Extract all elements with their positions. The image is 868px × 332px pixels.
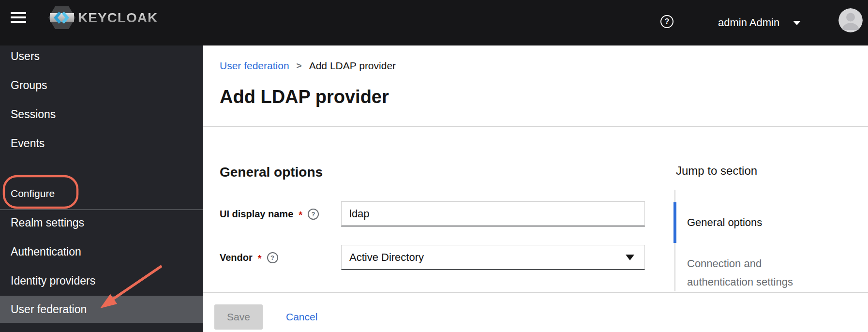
jump-item-general-options[interactable]: General options — [675, 202, 820, 243]
form-row-vendor: Vendor * ? Active Directory — [220, 245, 645, 270]
sidebar-item-authentication[interactable]: Authentication — [0, 237, 203, 266]
keycloak-admin-console: KEYCLOAK ? admin Admin Users Groups Sess… — [0, 0, 868, 332]
keycloak-logo-text: KEYCLOAK — [78, 10, 158, 26]
vendor-select-value: Active Directory — [349, 251, 424, 264]
cancel-link[interactable]: Cancel — [286, 304, 317, 330]
sidebar-item-realm-settings[interactable]: Realm settings — [0, 208, 203, 237]
required-asterisk: * — [299, 210, 302, 221]
sidebar-section-configure: Configure — [0, 179, 203, 208]
save-button[interactable]: Save — [214, 304, 263, 330]
sidebar-item-sessions[interactable]: Sessions — [0, 100, 203, 129]
caret-down-icon — [626, 255, 634, 260]
field-control: Active Directory — [341, 245, 645, 270]
user-name: admin Admin — [718, 16, 779, 29]
vendor-select[interactable]: Active Directory — [341, 245, 645, 270]
masthead: KEYCLOAK ? admin Admin — [0, 0, 868, 45]
jump-item-connection-settings[interactable]: Connection and authentication settings — [675, 255, 800, 291]
jump-to-section-heading: Jump to section — [676, 164, 757, 178]
field-label-group: UI display name * ? — [220, 209, 341, 220]
breadcrumb: User federation > Add LDAP provider — [220, 59, 396, 73]
sidebar-item-identity-providers[interactable]: Identity providers — [0, 266, 203, 295]
vendor-label: Vendor — [220, 252, 253, 263]
avatar-icon — [838, 8, 863, 32]
jump-to-section-nav: General options Connection and authentic… — [674, 190, 820, 291]
general-options-heading: General options — [220, 165, 323, 180]
field-help-icon[interactable]: ? — [267, 252, 278, 263]
chevron-down-icon — [793, 21, 801, 25]
breadcrumb-separator-icon: > — [297, 60, 302, 71]
ui-display-name-input[interactable] — [341, 201, 645, 226]
hamburger-bar — [11, 16, 26, 18]
field-control — [341, 201, 645, 226]
hamburger-bar — [11, 12, 26, 14]
sidebar-item-user-federation[interactable]: User federation — [0, 296, 203, 323]
question-icon: ? — [665, 17, 670, 26]
help-button[interactable]: ? — [660, 15, 673, 28]
ui-display-name-label: UI display name — [220, 209, 293, 220]
required-asterisk: * — [258, 253, 262, 264]
sidebar-item-groups[interactable]: Groups — [0, 71, 203, 100]
keycloak-logo[interactable]: KEYCLOAK — [48, 6, 158, 29]
user-menu-dropdown[interactable]: admin Admin — [718, 0, 801, 45]
form-row-ui-display-name: UI display name * ? — [220, 201, 645, 226]
sidebar-item-events[interactable]: Events — [0, 129, 203, 158]
nav-toggle-hamburger-icon[interactable] — [11, 12, 26, 23]
keycloak-logo-icon — [48, 6, 75, 29]
hamburger-bar — [11, 21, 26, 23]
breadcrumb-current: Add LDAP provider — [309, 60, 396, 72]
form-action-bar: Save Cancel — [203, 292, 868, 332]
breadcrumb-link-user-federation[interactable]: User federation — [220, 60, 289, 72]
field-help-icon[interactable]: ? — [308, 209, 319, 220]
sidebar-item-users[interactable]: Users — [0, 42, 203, 71]
header-divider — [203, 126, 868, 127]
page-title: Add LDAP provider — [220, 86, 389, 108]
user-avatar[interactable] — [838, 8, 863, 32]
field-label-group: Vendor * ? — [220, 252, 341, 263]
